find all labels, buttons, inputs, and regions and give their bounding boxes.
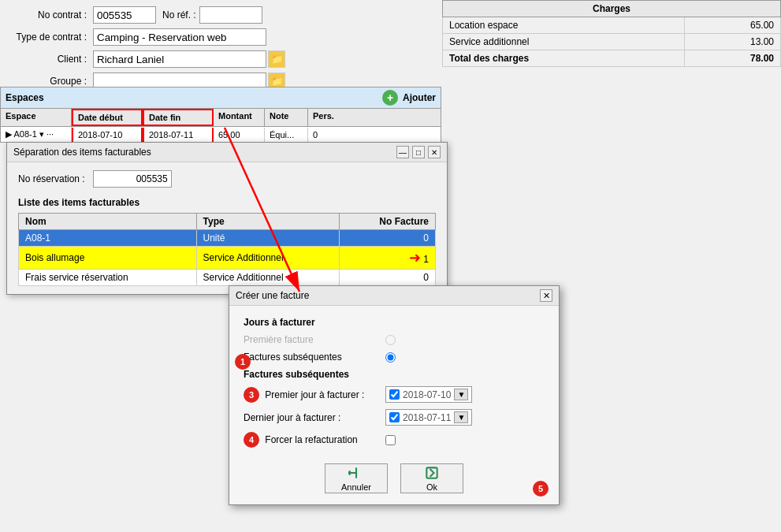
premier-jour-row: 3 Premier jour à facturer : 2018-07-10 ▼ (244, 386, 545, 403)
creer-facture-dialog: Créer une facture ✕ Jours à facturer Pre… (229, 285, 560, 505)
annuler-label: Annuler (341, 482, 371, 492)
charge-total-value: 78.00 (685, 50, 781, 67)
item-type: Unité (196, 230, 340, 247)
table-row[interactable]: A08-1 Unité 0 (19, 230, 436, 247)
premier-jour-input-wrap: 2018-07-10 ▼ (385, 386, 472, 403)
dernier-jour-row: Dernier jour à facturer : 2018-07-11 ▼ (244, 409, 545, 426)
subsequentes-radio[interactable] (385, 352, 396, 363)
premiere-row: Première facture (244, 334, 545, 345)
creer-content: Jours à facturer Première facture Factur… (229, 306, 559, 504)
charge-total-label: Total des charges (443, 50, 685, 67)
dernier-jour-value: 2018-07-11 (403, 412, 451, 423)
forcer-label: 4 Forcer la refacturation (244, 432, 385, 448)
item-nom: Frais service réservation (19, 270, 197, 286)
premier-jour-label: 3 Premier jour à facturer : (244, 387, 385, 403)
type-contrat-select[interactable]: Camping - Reservation web (93, 28, 266, 46)
items-table: Nom Type No Facture A08-1 Unité 0 Bois a… (18, 213, 436, 286)
charges-panel: Charges Location espace 65.00 Service ad… (442, 0, 781, 67)
item-nom: A08-1 (19, 230, 197, 247)
charge-label: Location espace (443, 17, 685, 34)
premiere-radio[interactable] (385, 335, 396, 345)
charges-title: Charges (443, 1, 781, 17)
col-montant: Montant (214, 109, 265, 126)
sep-maximize-button[interactable]: □ (412, 146, 425, 158)
pers-cell: 0 (308, 128, 340, 142)
premier-jour-calendar-button[interactable]: ▼ (454, 389, 468, 400)
separation-controls: — □ ✕ (396, 146, 441, 158)
table-row: Total des charges 78.00 (443, 50, 781, 67)
svg-rect-0 (426, 467, 437, 478)
separation-content: No réservation : Liste des items factura… (7, 162, 447, 294)
separation-titlebar: Séparation des items facturables — □ ✕ (7, 143, 447, 162)
col-type: Type (196, 214, 340, 230)
col-espace: Espace (1, 109, 72, 126)
liste-title: Liste des items facturables (18, 197, 436, 208)
creer-buttons: Annuler Ok (244, 460, 545, 493)
badge-5-overlay: 5 (533, 481, 549, 497)
item-no-facture: 0 (340, 230, 436, 247)
charge-label: Service additionnel (443, 34, 685, 50)
reservation-row: No réservation : (18, 170, 436, 188)
forcer-checkbox[interactable] (385, 435, 396, 445)
no-reservation-input[interactable] (93, 170, 172, 188)
client-folder-icon[interactable]: 📁 (268, 50, 285, 68)
charges-table: Charges Location espace 65.00 Service ad… (442, 0, 781, 67)
espaces-data-row: ▶ A08-1 ▾ ··· 2018-07-10 2018-07-11 65.0… (0, 126, 441, 143)
badge-1-overlay: 1 (235, 354, 251, 370)
espace-cell: ▶ A08-1 ▾ ··· (1, 127, 72, 142)
charge-value: 65.00 (685, 17, 781, 34)
charge-value: 13.00 (685, 34, 781, 50)
no-contrat-label: No contrat : (6, 9, 93, 20)
red-arrow-icon: ➜ (409, 249, 421, 266)
espaces-columns: Espace Date début Date fin Montant Note … (0, 108, 441, 126)
annuler-icon (348, 465, 364, 481)
groupe-label: Groupe : (6, 76, 93, 87)
main-container: Charges Location espace 65.00 Service ad… (0, 0, 781, 532)
no-contrat-input[interactable] (93, 6, 156, 24)
item-type: Service Additionnel (196, 270, 340, 286)
col-fin: Date fin (143, 109, 214, 126)
type-contrat-label: Type de contrat : (6, 32, 93, 43)
dernier-jour-calendar-button[interactable]: ▼ (454, 411, 468, 423)
subsequentes-row: Factures subséquentes (244, 352, 545, 363)
table-row[interactable]: Frais service réservation Service Additi… (19, 270, 436, 286)
ajouter-label: Ajouter (403, 92, 436, 103)
sep-close-button[interactable]: ✕ (428, 146, 441, 158)
espaces-add-area: + Ajouter (382, 90, 436, 106)
premiere-label: Première facture (244, 334, 385, 345)
dernier-jour-input-wrap: 2018-07-11 ▼ (385, 409, 472, 426)
type-contrat-row: Type de contrat : Camping - Reservation … (6, 28, 435, 46)
ok-label: Ok (426, 482, 437, 492)
col-nom: Nom (19, 214, 197, 230)
forcer-row: 4 Forcer la refacturation (244, 432, 545, 448)
client-select[interactable]: Richard Laniel (93, 50, 266, 68)
col-no-facture: No Facture (340, 214, 436, 230)
ok-button[interactable]: Ok (400, 463, 463, 493)
item-no-facture: 0 (340, 270, 436, 286)
premier-jour-value: 2018-07-10 (403, 389, 451, 400)
add-espace-button[interactable]: + (382, 90, 398, 106)
col-note: Note (265, 109, 308, 126)
creer-close-button[interactable]: ✕ (540, 289, 552, 302)
premier-jour-checkbox[interactable] (389, 389, 400, 400)
item-no-facture: ➜ 1 (340, 247, 436, 270)
client-label: Client : (6, 54, 93, 65)
sep-minimize-button[interactable]: — (396, 146, 409, 158)
separation-dialog: Séparation des items facturables — □ ✕ N… (6, 142, 448, 295)
annuler-button[interactable]: Annuler (325, 463, 388, 493)
no-ref-label: No réf. : (162, 9, 196, 20)
no-ref-input[interactable] (199, 6, 262, 24)
badge-4: 4 (244, 432, 259, 448)
montant-cell: 65.00 (214, 128, 265, 142)
subsequentes-label2: Factures subséquentes (244, 369, 385, 380)
table-row[interactable]: Bois allumage Service Additionnel ➜ 1 (19, 247, 436, 270)
dernier-jour-checkbox[interactable] (389, 412, 400, 422)
col-debut: Date début (72, 109, 143, 126)
badge-3: 3 (244, 387, 259, 403)
client-row: Client : Richard Laniel 📁 (6, 50, 435, 68)
espaces-header: Espaces + Ajouter (0, 87, 441, 108)
espaces-title: Espaces (6, 92, 44, 103)
col-pers: Pers. (308, 109, 340, 126)
background-form: No contrat : No réf. : Type de contrat :… (0, 0, 441, 101)
item-nom: Bois allumage (19, 247, 197, 270)
